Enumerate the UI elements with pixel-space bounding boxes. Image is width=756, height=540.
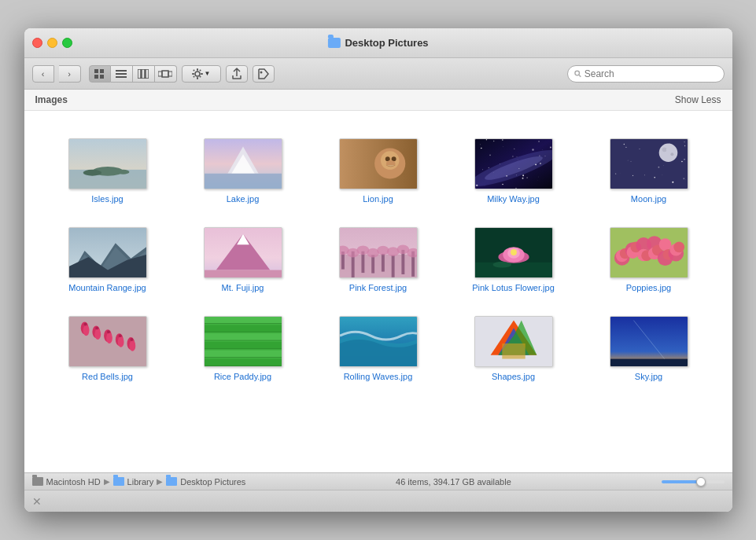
svg-point-45: [518, 168, 519, 169]
file-item[interactable]: Isles.jpg: [40, 127, 175, 215]
svg-point-167: [83, 322, 87, 325]
svg-point-36: [380, 151, 399, 170]
svg-point-110: [684, 145, 684, 146]
thumbnail: [474, 227, 553, 278]
svg-point-13: [195, 72, 200, 76]
file-item[interactable]: Red Bells.jpg: [40, 304, 175, 393]
file-item[interactable]: Lion.jpg: [311, 127, 446, 215]
thumbnail: [610, 227, 688, 278]
svg-point-108: [654, 177, 655, 178]
close-button[interactable]: [32, 38, 42, 48]
cover-flow-icon: [158, 69, 172, 79]
svg-point-106: [658, 167, 659, 168]
status-info: 46 items, 394.17 GB available: [250, 477, 656, 487]
coverflow-view-button[interactable]: [155, 65, 177, 83]
file-item[interactable]: Poppies.jpg: [581, 215, 717, 304]
svg-point-173: [107, 330, 110, 333]
svg-point-172: [106, 332, 112, 343]
gear-icon: [192, 68, 203, 79]
file-name-label: Poppies.jpg: [626, 283, 672, 292]
svg-rect-4: [116, 70, 127, 72]
svg-point-175: [117, 336, 124, 347]
forward-button[interactable]: ›: [59, 65, 81, 83]
svg-point-58: [532, 149, 533, 150]
file-item[interactable]: Pink Forest.jpg: [311, 215, 446, 304]
svg-point-169: [94, 329, 101, 340]
svg-rect-187: [205, 342, 282, 349]
bottom-bar: ✕: [24, 490, 732, 512]
zoom-control[interactable]: [662, 480, 725, 483]
svg-point-87: [666, 149, 667, 150]
toolbar: ‹ ›: [24, 58, 732, 90]
minimize-button[interactable]: [47, 38, 57, 48]
svg-point-101: [644, 174, 645, 175]
folder-icon: [327, 38, 340, 48]
search-input[interactable]: [585, 68, 717, 79]
thumbnail: [204, 227, 282, 278]
svg-point-61: [522, 178, 523, 179]
share-button[interactable]: [226, 65, 248, 83]
traffic-lights: [32, 38, 72, 48]
svg-rect-198: [502, 343, 525, 359]
breadcrumb-sep-1: ▶: [104, 477, 110, 486]
file-item[interactable]: Pink Lotus Flower.jpg: [446, 215, 581, 304]
desktop-pictures-folder-icon: [166, 477, 177, 486]
zoom-thumb[interactable]: [696, 477, 706, 487]
file-item[interactable]: Moon.jpg: [581, 127, 717, 215]
svg-point-94: [684, 141, 684, 142]
column-view-button[interactable]: [133, 65, 155, 83]
svg-rect-10: [162, 71, 168, 77]
breadcrumb-hd: Macintosh HD: [46, 477, 101, 487]
back-button[interactable]: ‹: [32, 65, 54, 83]
file-item[interactable]: Shapes.jpg: [446, 304, 581, 393]
svg-point-52: [488, 167, 489, 168]
svg-point-85: [662, 147, 666, 152]
show-less-button[interactable]: Show Less: [675, 94, 721, 105]
svg-point-86: [670, 152, 673, 156]
bottom-close-button[interactable]: ✕: [32, 495, 42, 508]
svg-point-55: [535, 163, 537, 165]
svg-point-78: [502, 184, 503, 186]
file-item[interactable]: Sky.jpg: [581, 304, 717, 393]
svg-point-23: [574, 71, 579, 75]
window-title: Desktop Pictures: [327, 37, 428, 49]
section-header: Images Show Less: [24, 90, 732, 111]
svg-point-54: [539, 156, 540, 156]
svg-point-66: [549, 147, 551, 149]
svg-point-176: [118, 334, 121, 337]
svg-point-91: [615, 173, 616, 174]
file-grid: Isles.jpg Lake.jpg Lion.jpg Milky Way.jp…: [24, 111, 732, 409]
svg-point-68: [522, 174, 524, 176]
svg-point-22: [260, 71, 262, 73]
svg-point-80: [515, 174, 516, 175]
icon-view-button[interactable]: [89, 65, 111, 83]
file-item[interactable]: Mountain Range.jpg: [40, 215, 175, 304]
svg-point-76: [544, 156, 545, 156]
hd-folder-icon: [32, 477, 43, 486]
svg-rect-20: [193, 75, 195, 78]
finder-window: Desktop Pictures ‹ ›: [24, 28, 732, 512]
view-controls: [89, 65, 177, 83]
svg-point-93: [630, 161, 631, 162]
svg-rect-15: [197, 77, 198, 79]
file-item[interactable]: Rolling Waves.jpg: [311, 304, 446, 393]
svg-point-99: [632, 175, 632, 176]
list-view-button[interactable]: [111, 65, 133, 83]
svg-point-59: [480, 144, 481, 145]
tag-button[interactable]: [253, 65, 275, 83]
svg-rect-83: [610, 139, 688, 189]
svg-point-44: [538, 141, 539, 141]
maximize-button[interactable]: [62, 38, 72, 48]
zoom-slider[interactable]: [662, 480, 725, 483]
file-grid-container: Isles.jpg Lake.jpg Lion.jpg Milky Way.jp…: [24, 111, 732, 472]
file-name-label: Mountain Range.jpg: [68, 283, 146, 292]
library-folder-icon: [113, 477, 124, 486]
search-bar[interactable]: [567, 65, 725, 83]
file-item[interactable]: Milky Way.jpg: [446, 127, 581, 215]
file-item[interactable]: Lake.jpg: [175, 127, 311, 215]
action-button[interactable]: ▼: [182, 65, 221, 83]
svg-point-100: [669, 143, 669, 144]
file-item[interactable]: Mt. Fuji.jpg: [175, 215, 311, 304]
file-name-label: Lake.jpg: [227, 194, 260, 204]
file-item[interactable]: Rice Paddy.jpg: [175, 304, 311, 393]
